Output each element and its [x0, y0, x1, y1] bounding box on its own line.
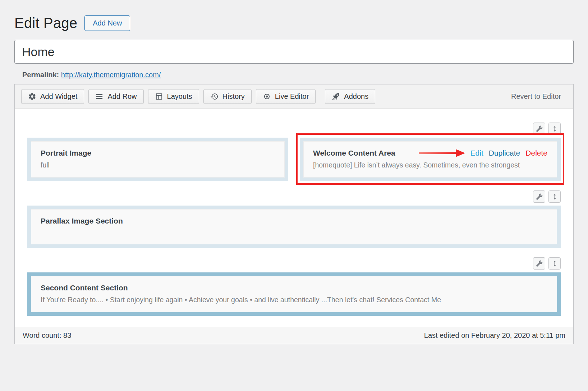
builder-row-2: Parallax Image Section [27, 190, 561, 248]
builder-rows-area: Portrait Image full Welcome Content Area [15, 109, 573, 327]
widget-title: Portrait Image [41, 149, 275, 157]
widget-welcome-content-area[interactable]: Welcome Content Area [303, 141, 557, 178]
widget-delete-link[interactable]: Delete [525, 149, 547, 157]
builder-row-1: Portrait Image full Welcome Content Area [27, 123, 561, 181]
widget-portrait-image[interactable]: Portrait Image full [31, 141, 285, 178]
history-button[interactable]: History [203, 89, 252, 104]
widget-title: Parallax Image Section [41, 217, 547, 225]
add-widget-button[interactable]: Add Widget [21, 89, 84, 104]
page-header: Edit Page Add New [14, 0, 574, 31]
wrench-icon [536, 193, 543, 200]
cell-portrait-image[interactable]: Portrait Image full [27, 138, 288, 181]
row1-settings-button[interactable] [533, 123, 545, 135]
builder-row-3: Second Content Section If You're Ready t… [27, 257, 561, 316]
widget-duplicate-link[interactable]: Duplicate [489, 149, 520, 157]
rows-icon [95, 92, 104, 101]
row2-move-button[interactable] [548, 190, 561, 203]
builder-toolbar: Add Widget Add Row Layouts History Live … [15, 84, 573, 109]
layouts-button[interactable]: Layouts [148, 89, 199, 104]
widget-title: Welcome Content Area [313, 149, 395, 157]
cell-welcome-content-area[interactable]: Welcome Content Area [300, 138, 561, 181]
layouts-label: Layouts [167, 92, 192, 101]
move-vertical-icon [551, 125, 558, 132]
widget-edit-link[interactable]: Edit [470, 149, 483, 157]
permalink-label: Permalink: [22, 71, 59, 79]
add-widget-label: Add Widget [40, 92, 77, 101]
history-icon [210, 92, 219, 101]
rocket-icon [332, 92, 340, 101]
last-edited: Last edited on February 20, 2020 at 5:11… [424, 331, 565, 340]
live-editor-button[interactable]: Live Editor [256, 89, 316, 104]
wrench-icon [536, 260, 543, 267]
widget-subtitle: full [41, 161, 275, 169]
permalink-link[interactable]: http://katy.thememigration.com/ [61, 71, 161, 79]
live-editor-label: Live Editor [275, 92, 309, 101]
add-row-label: Add Row [107, 92, 137, 101]
row2-settings-button[interactable] [533, 190, 545, 203]
post-title-input[interactable] [14, 40, 574, 64]
wrench-icon [536, 125, 543, 132]
add-row-button[interactable]: Add Row [88, 89, 143, 104]
history-label: History [222, 92, 245, 101]
widget-title: Second Content Section [41, 284, 547, 292]
row1-move-button[interactable] [548, 123, 561, 135]
eye-icon [263, 92, 271, 101]
word-count: Word count: 83 [23, 331, 71, 340]
widget-subtitle: [homequote] Life isn’t always easy. Some… [313, 161, 547, 169]
revert-to-editor-link[interactable]: Revert to Editor [511, 92, 561, 101]
row3-move-button[interactable] [548, 257, 561, 270]
row3-settings-button[interactable] [533, 257, 545, 270]
widget-second-content-section[interactable]: Second Content Section If You're Ready t… [31, 276, 557, 312]
widget-parallax-image-section[interactable]: Parallax Image Section [31, 209, 557, 244]
page-title: Edit Page [14, 15, 77, 31]
addons-button[interactable]: Addons [325, 89, 375, 104]
gear-icon [28, 92, 36, 101]
addons-label: Addons [344, 92, 368, 101]
annotation-arrow [395, 149, 470, 157]
layouts-icon [155, 92, 163, 101]
cell-parallax-image-section[interactable]: Parallax Image Section [27, 206, 561, 248]
builder-status-bar: Word count: 83 Last edited on February 2… [15, 327, 573, 344]
add-new-button[interactable]: Add New [84, 15, 130, 31]
permalink: Permalink: http://katy.thememigration.co… [22, 71, 574, 79]
move-vertical-icon [551, 260, 558, 267]
cell-second-content-section[interactable]: Second Content Section If You're Ready t… [27, 272, 561, 316]
move-vertical-icon [551, 193, 558, 200]
page-builder-panel: Add Widget Add Row Layouts History Live … [14, 84, 574, 344]
widget-subtitle: If You're Ready to.... • Start enjoying … [41, 296, 547, 304]
